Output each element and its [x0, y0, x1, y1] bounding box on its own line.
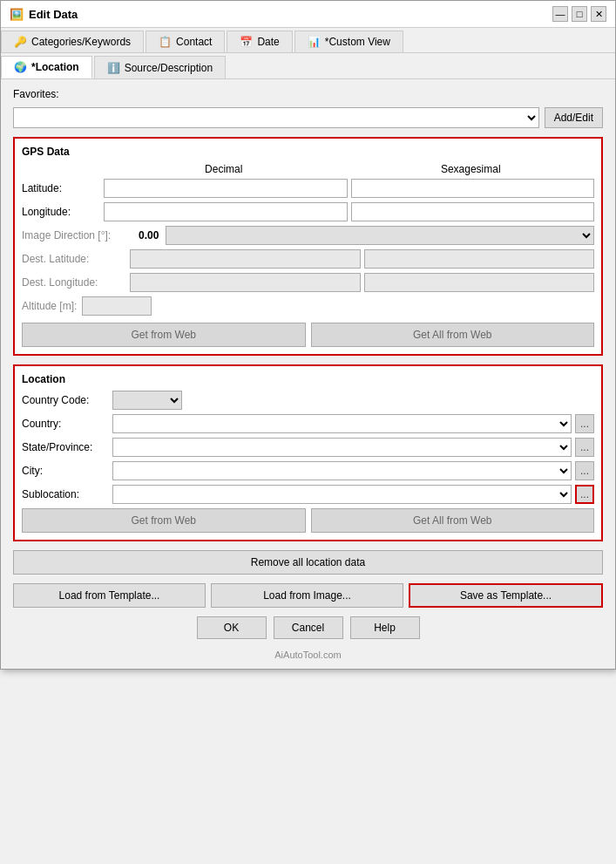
edit-data-window: 🖼️ Edit Data — □ ✕ 🔑 Categories/Keywords… — [0, 0, 616, 670]
tabs-row2: 🌍 *Location ℹ️ Source/Description — [1, 53, 615, 79]
state-dots-button[interactable]: ... — [575, 438, 594, 457]
favorites-select[interactable] — [13, 107, 539, 128]
longitude-sexagesimal-input[interactable] — [351, 202, 595, 221]
maximize-button[interactable]: □ — [572, 6, 587, 22]
favorites-row: Add/Edit — [13, 107, 603, 128]
tab-source[interactable]: ℹ️ Source/Description — [94, 56, 226, 78]
contact-tab-label: Contact — [176, 36, 212, 48]
date-tab-label: Date — [257, 36, 279, 48]
city-row: City: ... — [22, 461, 594, 480]
country-select[interactable] — [112, 414, 572, 433]
sublocation-label: Sublocation: — [22, 488, 109, 500]
tab-location[interactable]: 🌍 *Location — [1, 56, 92, 78]
sexagesimal-header: Sexagesimal — [348, 163, 595, 175]
favorites-label: Favorites: — [13, 88, 59, 100]
dest-latitude-row: Dest. Latitude: — [22, 249, 594, 269]
cancel-button[interactable]: Cancel — [274, 616, 343, 639]
bottom-buttons-row: Load from Template... Load from Image...… — [13, 583, 603, 608]
latitude-label: Latitude: — [22, 182, 100, 194]
location-get-from-web-button[interactable]: Get from Web — [22, 508, 306, 533]
sublocation-row: Sublocation: ... — [22, 485, 594, 504]
source-tab-label: Source/Description — [125, 62, 213, 74]
app-icon: 🖼️ — [10, 8, 24, 21]
latitude-row: Latitude: — [22, 179, 594, 198]
image-direction-dropdown[interactable] — [166, 226, 594, 245]
remove-all-location-button[interactable]: Remove all location data — [13, 550, 603, 575]
decimal-header: Decimal — [100, 163, 348, 175]
image-direction-label: Image Direction [°]: — [22, 229, 135, 242]
favorites-container: Favorites: — [13, 88, 603, 100]
help-button[interactable]: Help — [350, 616, 420, 639]
city-select[interactable] — [112, 461, 572, 480]
image-direction-value: 0.00 — [139, 229, 159, 242]
country-row: Country: ... — [22, 414, 594, 433]
latitude-decimal-input[interactable] — [104, 179, 348, 198]
gps-buttons-row: Get from Web Get All from Web — [22, 323, 594, 347]
longitude-decimal-input[interactable] — [104, 202, 348, 221]
content-area: Favorites: Add/Edit GPS Data Decimal Sex… — [1, 79, 615, 669]
window-title: Edit Data — [29, 8, 78, 21]
load-from-template-button[interactable]: Load from Template... — [13, 583, 206, 608]
country-code-select[interactable] — [112, 391, 182, 410]
dest-latitude-sexagesimal-input[interactable] — [364, 249, 595, 269]
country-label: Country: — [22, 418, 109, 430]
tabs-row1: 🔑 Categories/Keywords 📋 Contact 📅 Date 📊… — [1, 28, 615, 53]
altitude-input[interactable] — [82, 296, 152, 316]
title-bar-controls: — □ ✕ — [552, 6, 606, 22]
location-get-all-from-web-button[interactable]: Get All from Web — [311, 508, 595, 533]
longitude-label: Longitude: — [22, 206, 100, 218]
location-buttons-row: Get from Web Get All from Web — [22, 508, 594, 533]
gps-section-title: GPS Data — [22, 146, 594, 158]
add-edit-button[interactable]: Add/Edit — [545, 107, 603, 128]
load-from-image-button[interactable]: Load from Image... — [211, 583, 403, 608]
location-section: Location Country Code: Country: ... Stat… — [13, 364, 603, 541]
tab-custom-view[interactable]: 📊 *Custom View — [294, 31, 403, 52]
source-tab-icon: ℹ️ — [107, 62, 120, 74]
location-section-title: Location — [22, 373, 594, 385]
gps-data-section: GPS Data Decimal Sexagesimal Latitude: L… — [13, 137, 603, 356]
dialog-buttons-row: OK Cancel Help — [13, 616, 603, 648]
dest-longitude-decimal-input[interactable] — [130, 273, 361, 292]
longitude-row: Longitude: — [22, 202, 594, 221]
altitude-label: Altitude [m]: — [22, 300, 77, 312]
country-dots-button[interactable]: ... — [575, 414, 594, 433]
sublocation-dots-button[interactable]: ... — [575, 485, 594, 504]
gps-get-all-from-web-button[interactable]: Get All from Web — [311, 323, 595, 347]
country-code-label: Country Code: — [22, 394, 109, 406]
country-code-row: Country Code: — [22, 391, 594, 410]
date-tab-icon: 📅 — [240, 36, 253, 48]
tab-date[interactable]: 📅 Date — [227, 31, 292, 52]
ok-button[interactable]: OK — [197, 616, 267, 639]
categories-tab-icon: 🔑 — [14, 36, 27, 48]
sublocation-select[interactable] — [112, 485, 572, 504]
contact-tab-icon: 📋 — [159, 36, 172, 48]
custom-view-tab-label: *Custom View — [325, 36, 390, 48]
state-province-select[interactable] — [112, 438, 572, 457]
watermark: AiAutoTool.com — [13, 648, 603, 660]
altitude-row: Altitude [m]: — [22, 296, 594, 316]
city-label: City: — [22, 465, 109, 477]
state-province-label: State/Province: — [22, 441, 109, 453]
custom-view-tab-icon: 📊 — [308, 36, 321, 48]
dest-longitude-label: Dest. Longitude: — [22, 276, 126, 289]
close-button[interactable]: ✕ — [591, 6, 606, 22]
dest-longitude-row: Dest. Longitude: — [22, 273, 594, 292]
title-bar-left: 🖼️ Edit Data — [10, 8, 78, 21]
dest-latitude-label: Dest. Latitude: — [22, 253, 126, 265]
gps-get-from-web-button[interactable]: Get from Web — [22, 323, 306, 347]
dest-longitude-sexagesimal-input[interactable] — [364, 273, 595, 292]
tab-contact[interactable]: 📋 Contact — [146, 31, 225, 52]
city-dots-button[interactable]: ... — [575, 461, 594, 480]
save-as-template-button[interactable]: Save as Template... — [409, 583, 603, 608]
title-bar: 🖼️ Edit Data — □ ✕ — [1, 1, 615, 28]
latitude-sexagesimal-input[interactable] — [351, 179, 595, 198]
gps-column-headers: Decimal Sexagesimal — [22, 163, 594, 175]
tab-categories[interactable]: 🔑 Categories/Keywords — [1, 31, 144, 52]
location-tab-label: *Location — [31, 61, 79, 73]
categories-tab-label: Categories/Keywords — [31, 36, 131, 48]
state-province-row: State/Province: ... — [22, 438, 594, 457]
location-tab-icon: 🌍 — [14, 61, 27, 73]
image-direction-row: Image Direction [°]: 0.00 — [22, 226, 594, 245]
minimize-button[interactable]: — — [552, 6, 568, 22]
dest-latitude-decimal-input[interactable] — [130, 249, 361, 269]
